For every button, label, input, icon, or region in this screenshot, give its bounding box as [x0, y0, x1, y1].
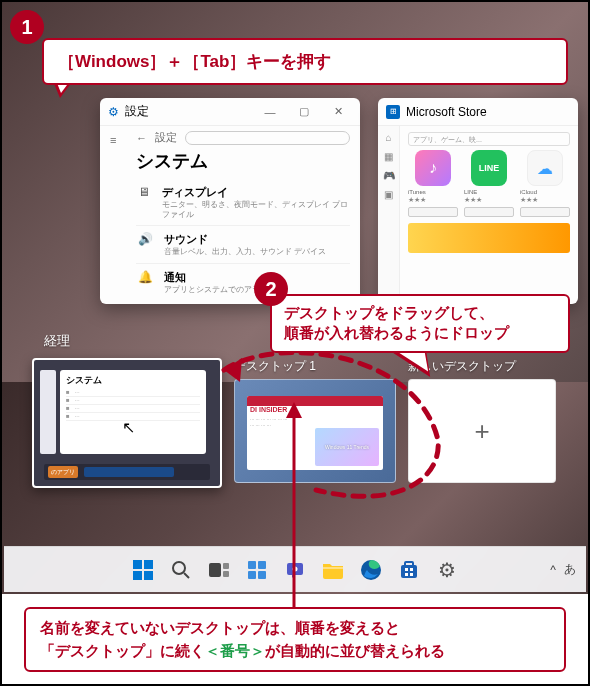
tray-caret-icon[interactable]: ^ — [550, 563, 556, 577]
mini-logo: DI INSIDER — [247, 406, 383, 413]
store-taskbar-icon[interactable] — [397, 558, 421, 582]
gear-icon: ⚙ — [108, 105, 119, 119]
sound-icon: 🔊 — [136, 232, 154, 246]
itunes-icon: ♪ — [415, 150, 451, 186]
line-icon: LINE — [471, 150, 507, 186]
mini-sidebar — [40, 370, 56, 454]
breadcrumb: 設定 — [155, 130, 177, 145]
callout-line: 順番が入れ替わるようにドロップ — [284, 324, 509, 341]
store-sidebar: ⌂ ▦ 🎮 ▣ — [378, 126, 400, 304]
item-sub: 音量レベル、出力、入力、サウンド デバイス — [164, 247, 326, 257]
svg-rect-4 — [144, 571, 153, 580]
back-icon[interactable]: ← — [136, 132, 147, 144]
edge-icon[interactable] — [359, 558, 383, 582]
tile-rating: ★★★ — [408, 196, 458, 204]
callout-line: デスクトップをドラッグして、 — [284, 304, 494, 321]
svg-rect-11 — [258, 561, 266, 569]
svg-rect-21 — [405, 568, 408, 571]
tile-button[interactable] — [520, 207, 570, 217]
desktop-thumb-dragged[interactable]: システム ■ ··· ■ ··· ■ ··· ■ ··· ↖ のアプリ — [32, 358, 222, 488]
maximize-icon[interactable]: ▢ — [290, 105, 318, 118]
settings-item-sound[interactable]: 🔊 サウンド音量レベル、出力、入力、サウンド デバイス — [136, 226, 350, 264]
settings-taskbar-icon[interactable]: ⚙ — [435, 558, 459, 582]
annotation-badge-1: 1 — [10, 10, 44, 44]
callout-line: 名前を変えていないデスクトップは、順番を変えると — [40, 619, 400, 636]
taskview-thumb-store[interactable]: ⊞ Microsoft Store ⌂ ▦ 🎮 ▣ アプリ、ゲーム、映... ♪… — [378, 98, 578, 304]
tile-button[interactable] — [408, 207, 458, 217]
svg-rect-22 — [410, 568, 413, 571]
window-titlebar: ⚙ 設定 — ▢ ✕ — [100, 98, 360, 126]
bell-icon: 🔔 — [136, 270, 154, 284]
svg-rect-1 — [133, 560, 142, 569]
drag-cursor-icon: ↖ — [122, 418, 135, 437]
svg-rect-13 — [258, 571, 266, 579]
item-sub: モニター、明るさ、夜間モード、ディスプレイ プロファイル — [162, 200, 350, 219]
item-title: ディスプレイ — [162, 185, 350, 200]
icloud-icon: ☁ — [527, 150, 563, 186]
callout-line: 「デスクトップ」に続く — [40, 642, 205, 659]
svg-rect-2 — [144, 560, 153, 569]
close-icon[interactable]: ✕ — [324, 105, 352, 118]
mini-title: システム — [66, 374, 200, 387]
store-icon: ⊞ — [386, 105, 400, 119]
movies-icon[interactable]: ▣ — [384, 189, 393, 200]
annotation-callout-1: ［Windows］＋［Tab］キーを押す — [42, 38, 568, 85]
svg-rect-12 — [248, 571, 256, 579]
tile-label: iTunes — [408, 189, 458, 196]
svg-rect-24 — [410, 573, 413, 576]
plus-icon: + — [474, 416, 489, 447]
tile-button[interactable] — [464, 207, 514, 217]
store-tile-line[interactable]: LINE LINE ★★★ — [464, 150, 514, 217]
svg-marker-26 — [286, 402, 302, 418]
settings-search[interactable] — [185, 131, 350, 145]
svg-rect-17 — [323, 567, 343, 569]
callout-number-highlight: ＜番号＞ — [205, 642, 265, 659]
mini-taskbar-app: のアプリ — [48, 466, 78, 478]
taskview-icon[interactable] — [207, 558, 231, 582]
mini-taskbar: のアプリ — [44, 464, 210, 480]
mini-window: システム ■ ··· ■ ··· ■ ··· ■ ··· — [60, 370, 206, 454]
mini-taskbar-segment — [84, 467, 174, 477]
taskview-thumb-settings[interactable]: ⚙ 設定 — ▢ ✕ ≡ ← 設定 システム 🖥 ディスプレイモニター、明るさ、… — [100, 98, 360, 304]
store-search[interactable]: アプリ、ゲーム、映... — [408, 132, 570, 146]
explorer-icon[interactable] — [321, 558, 345, 582]
annotation-badge-2: 2 — [254, 272, 288, 306]
window-title: Microsoft Store — [406, 105, 487, 119]
store-tile-itunes[interactable]: ♪ iTunes ★★★ — [408, 150, 458, 217]
widgets-icon[interactable] — [245, 558, 269, 582]
search-icon[interactable] — [169, 558, 193, 582]
svg-rect-23 — [405, 573, 408, 576]
desktop-label-dragged: 経理 — [44, 332, 70, 350]
svg-rect-20 — [405, 562, 413, 566]
menu-icon: ≡ — [110, 134, 128, 146]
games-icon[interactable]: 🎮 — [383, 170, 395, 181]
svg-rect-8 — [223, 563, 229, 569]
desktop-thumb-1[interactable]: DI INSIDER ··· ··· ··· ··· ··· ··· ·····… — [234, 379, 396, 483]
new-desktop-button[interactable]: + — [408, 379, 556, 483]
window-titlebar: ⊞ Microsoft Store — [378, 98, 578, 126]
ime-indicator[interactable]: あ — [564, 561, 576, 578]
page-title: システム — [136, 149, 350, 173]
settings-item-display[interactable]: 🖥 ディスプレイモニター、明るさ、夜間モード、ディスプレイ プロファイル — [136, 179, 350, 226]
minimize-icon[interactable]: — — [256, 106, 284, 118]
start-icon[interactable] — [131, 558, 155, 582]
tile-rating: ★★★ — [520, 196, 570, 204]
annotation-arrow-up — [284, 402, 304, 612]
store-tile-icloud[interactable]: ☁ iCloud ★★★ — [520, 150, 570, 217]
apps-icon[interactable]: ▦ — [384, 151, 393, 162]
tile-rating: ★★★ — [464, 196, 514, 204]
store-app-row: ♪ iTunes ★★★ LINE LINE ★★★ ☁ iCloud — [408, 150, 570, 217]
item-title: サウンド — [164, 232, 326, 247]
svg-point-5 — [173, 562, 185, 574]
callout-line: が自動的に並び替えられる — [265, 642, 445, 659]
home-icon[interactable]: ⌂ — [385, 132, 391, 143]
mini-browser: DI INSIDER ··· ··· ··· ··· ··· ··· ·····… — [247, 396, 383, 470]
tile-label: LINE — [464, 189, 514, 196]
settings-item-notifications[interactable]: 🔔 通知アプリとシステムでのアラート — [136, 264, 350, 296]
svg-rect-3 — [133, 571, 142, 580]
store-banner[interactable] — [408, 223, 570, 253]
annotation-callout-2: デスクトップをドラッグして、 順番が入れ替わるようにドロップ — [270, 294, 570, 353]
tile-label: iCloud — [520, 189, 570, 196]
window-title: 設定 — [125, 103, 149, 120]
settings-sidebar: ≡ — [110, 130, 128, 296]
